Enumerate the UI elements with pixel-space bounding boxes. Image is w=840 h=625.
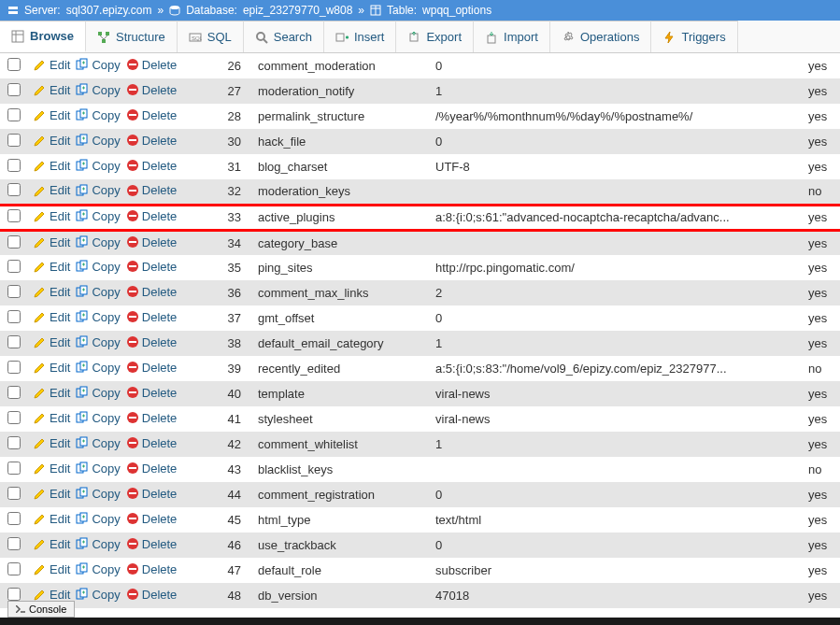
delete-link[interactable]: Delete [126, 436, 178, 450]
row-checkbox[interactable] [7, 436, 21, 449]
copy-link[interactable]: Copy [76, 411, 120, 425]
edit-link[interactable]: Edit [34, 58, 70, 72]
delete-link[interactable]: Delete [126, 537, 178, 551]
row-checkbox[interactable] [7, 183, 21, 196]
edit-link[interactable]: Edit [34, 487, 70, 501]
row-checkbox[interactable] [7, 235, 21, 249]
edit-link[interactable]: Edit [34, 537, 70, 551]
tab-structure[interactable]: Structure [86, 21, 178, 52]
copy-link[interactable]: Copy [76, 588, 120, 602]
row-checkbox[interactable] [7, 58, 21, 71]
edit-link[interactable]: Edit [34, 562, 70, 576]
delete-link[interactable]: Delete [126, 159, 178, 173]
delete-link[interactable]: Delete [126, 562, 178, 576]
edit-link[interactable]: Edit [34, 159, 70, 173]
row-checkbox[interactable] [7, 361, 21, 374]
copy-link[interactable]: Copy [76, 487, 120, 501]
row-checkbox[interactable] [7, 512, 21, 525]
copy-link[interactable]: Copy [76, 361, 120, 375]
row-checkbox[interactable] [7, 108, 21, 121]
row-checkbox[interactable] [7, 411, 21, 424]
edit-link[interactable]: Edit [34, 335, 70, 349]
delete-link[interactable]: Delete [126, 411, 178, 425]
copy-link[interactable]: Copy [76, 134, 120, 148]
edit-link[interactable]: Edit [34, 285, 70, 299]
delete-link[interactable]: Delete [126, 183, 178, 197]
tab-triggers[interactable]: Triggers [651, 21, 737, 52]
edit-link[interactable]: Edit [34, 310, 70, 324]
delete-link[interactable]: Delete [126, 310, 178, 324]
copy-link[interactable]: Copy [76, 183, 120, 197]
row-checkbox[interactable] [7, 209, 21, 222]
edit-link[interactable]: Edit [34, 134, 70, 148]
row-checkbox[interactable] [7, 285, 21, 298]
edit-link[interactable]: Edit [34, 588, 70, 602]
copy-link[interactable]: Copy [76, 159, 120, 173]
tab-search[interactable]: Search [244, 21, 324, 52]
row-checkbox[interactable] [7, 537, 21, 550]
console-button[interactable]: Console [7, 601, 75, 608]
tab-browse[interactable]: Browse [0, 21, 86, 52]
tab-insert[interactable]: Insert [324, 21, 397, 52]
copy-link[interactable]: Copy [76, 562, 120, 576]
delete-link[interactable]: Delete [126, 361, 178, 375]
row-checkbox[interactable] [7, 83, 21, 96]
row-checkbox[interactable] [7, 588, 21, 601]
row-checkbox[interactable] [7, 260, 21, 273]
table-link[interactable]: wpqq_options [422, 4, 491, 17]
copy-link[interactable]: Copy [76, 209, 120, 223]
copy-link[interactable]: Copy [76, 512, 120, 526]
delete-link[interactable]: Delete [126, 588, 178, 602]
delete-link[interactable]: Delete [126, 487, 178, 501]
row-checkbox[interactable] [7, 386, 21, 399]
edit-link[interactable]: Edit [34, 436, 70, 450]
delete-link[interactable]: Delete [126, 58, 178, 72]
delete-link[interactable]: Delete [126, 386, 178, 400]
edit-link[interactable]: Edit [34, 83, 70, 97]
delete-link[interactable]: Delete [126, 235, 178, 249]
row-checkbox[interactable] [7, 159, 21, 172]
copy-link[interactable]: Copy [76, 537, 120, 551]
row-checkbox[interactable] [7, 310, 21, 323]
copy-link[interactable]: Copy [76, 386, 120, 400]
copy-link[interactable]: Copy [76, 335, 120, 349]
edit-link[interactable]: Edit [34, 512, 70, 526]
delete-link[interactable]: Delete [126, 335, 178, 349]
row-checkbox[interactable] [7, 462, 21, 475]
tab-export[interactable]: Export [396, 21, 474, 52]
copy-link[interactable]: Copy [76, 436, 120, 450]
copy-link[interactable]: Copy [76, 108, 120, 122]
delete-link[interactable]: Delete [126, 83, 178, 97]
edit-link[interactable]: Edit [34, 260, 70, 274]
edit-link[interactable]: Edit [34, 183, 70, 197]
row-checkbox[interactable] [7, 562, 21, 575]
server-link[interactable]: sql307.epizy.com [66, 4, 152, 17]
edit-link[interactable]: Edit [34, 209, 70, 223]
delete-link[interactable]: Delete [126, 462, 178, 476]
tab-import[interactable]: Import [474, 21, 550, 52]
tab-operations[interactable]: Operations [550, 21, 652, 52]
copy-link[interactable]: Copy [76, 235, 120, 249]
delete-link[interactable]: Delete [126, 134, 178, 148]
delete-link[interactable]: Delete [126, 512, 178, 526]
edit-link[interactable]: Edit [34, 411, 70, 425]
row-checkbox[interactable] [7, 487, 21, 500]
delete-link[interactable]: Delete [126, 285, 178, 299]
copy-link[interactable]: Copy [76, 83, 120, 97]
delete-link[interactable]: Delete [126, 260, 178, 274]
edit-link[interactable]: Edit [34, 386, 70, 400]
edit-link[interactable]: Edit [34, 235, 70, 249]
edit-link[interactable]: Edit [34, 462, 70, 476]
copy-link[interactable]: Copy [76, 285, 120, 299]
copy-link[interactable]: Copy [76, 260, 120, 274]
db-link[interactable]: epiz_23279770_w808 [243, 4, 352, 17]
copy-link[interactable]: Copy [76, 462, 120, 476]
edit-link[interactable]: Edit [34, 108, 70, 122]
copy-link[interactable]: Copy [76, 58, 120, 72]
edit-link[interactable]: Edit [34, 361, 70, 375]
copy-link[interactable]: Copy [76, 310, 120, 324]
delete-link[interactable]: Delete [126, 108, 178, 122]
delete-link[interactable]: Delete [126, 209, 178, 223]
row-checkbox[interactable] [7, 134, 21, 147]
tab-sql[interactable]: SQLSQL [178, 21, 244, 52]
